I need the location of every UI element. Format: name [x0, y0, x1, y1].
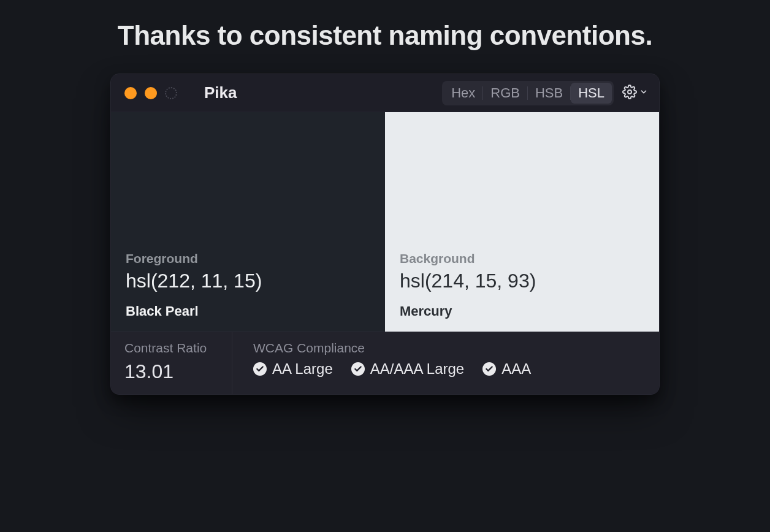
wcag-badge-aaa: AAA — [482, 360, 531, 378]
foreground-pane[interactable]: Foreground hsl(212, 11, 15) Black Pearl — [111, 112, 385, 332]
minimize-window-button[interactable] — [145, 87, 157, 99]
color-format-tabs: Hex RGB HSB HSL — [442, 81, 614, 105]
contrast-ratio-value: 13.01 — [124, 360, 218, 383]
window-controls — [124, 87, 177, 99]
chevron-down-icon — [639, 88, 648, 99]
foreground-label: Foreground — [126, 251, 370, 266]
check-circle-icon — [482, 362, 496, 376]
settings-menu-button[interactable] — [622, 85, 648, 102]
zoom-window-button[interactable] — [165, 87, 177, 99]
tab-hsl[interactable]: HSL — [571, 83, 612, 104]
wcag-badge-label: AA Large — [272, 360, 333, 378]
app-title: Pika — [204, 83, 237, 102]
wcag-badge-aa-large: AA Large — [253, 360, 333, 378]
svg-point-0 — [628, 90, 631, 94]
background-value: hsl(214, 15, 93) — [400, 270, 644, 292]
gear-icon — [622, 85, 637, 102]
background-pane[interactable]: Background hsl(214, 15, 93) Mercury — [385, 112, 659, 332]
titlebar: Pika Hex RGB HSB HSL — [111, 74, 659, 112]
tab-hsb[interactable]: HSB — [528, 83, 570, 104]
wcag-label: WCAG Compliance — [253, 341, 646, 355]
wcag-badges: AA Large AA/AAA Large AAA — [253, 360, 646, 378]
close-window-button[interactable] — [124, 87, 137, 99]
color-panes: Foreground hsl(212, 11, 15) Black Pearl … — [111, 112, 659, 332]
contrast-ratio-block: Contrast Ratio 13.01 — [111, 332, 232, 394]
tab-rgb[interactable]: RGB — [483, 83, 527, 104]
tab-hex[interactable]: Hex — [444, 83, 482, 104]
background-label: Background — [400, 251, 644, 266]
foreground-color-name: Black Pearl — [126, 303, 370, 319]
background-color-name: Mercury — [400, 303, 644, 319]
check-circle-icon — [253, 362, 267, 376]
foreground-value: hsl(212, 11, 15) — [126, 270, 370, 292]
app-window: Pika Hex RGB HSB HSL — [110, 74, 660, 395]
footer: Contrast Ratio 13.01 WCAG Compliance AA … — [111, 332, 659, 394]
check-circle-icon — [351, 362, 365, 376]
wcag-badge-aa-aaa-large: AA/AAA Large — [351, 360, 464, 378]
wcag-block: WCAG Compliance AA Large AA/AAA Large — [232, 332, 659, 394]
wcag-badge-label: AA/AAA Large — [370, 360, 464, 378]
page-headline: Thanks to consistent naming conventions. — [0, 0, 770, 56]
wcag-badge-label: AAA — [501, 360, 531, 378]
contrast-ratio-label: Contrast Ratio — [124, 341, 218, 355]
